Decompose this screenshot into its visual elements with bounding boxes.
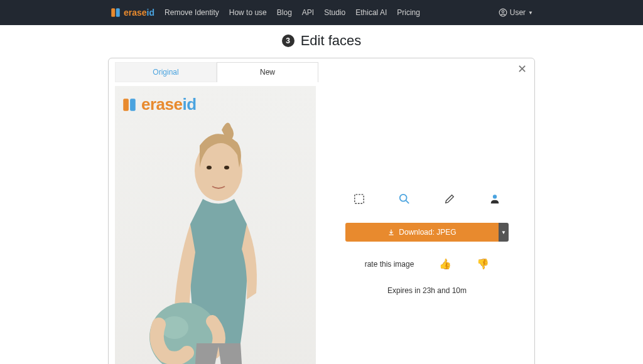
svg-point-14: [493, 195, 497, 198]
download-options-button[interactable]: ▼: [499, 223, 509, 242]
user-menu[interactable]: User ▼: [499, 8, 533, 17]
nav-remove-identity[interactable]: Remove Identity: [165, 8, 219, 17]
thumbs-down-button[interactable]: 👎: [477, 258, 489, 270]
close-button[interactable]: ✕: [517, 63, 527, 75]
download-label: Download: JPEG: [399, 228, 456, 237]
page-title-row: 3 Edit faces: [0, 25, 643, 58]
nav-how-to-use[interactable]: How to use: [229, 8, 267, 17]
chevron-down-icon: ▼: [528, 10, 533, 16]
close-icon: ✕: [517, 63, 527, 75]
brand-id: id: [147, 8, 154, 18]
svg-rect-11: [355, 195, 364, 203]
download-button[interactable]: Download: JPEG: [345, 223, 499, 242]
nav-pricing[interactable]: Pricing: [397, 8, 420, 17]
svg-point-7: [207, 166, 212, 169]
svg-point-8: [224, 166, 229, 169]
user-label: User: [510, 8, 526, 17]
nav-blog[interactable]: Blog: [277, 8, 292, 17]
step-badge: 3: [282, 35, 294, 47]
nav-studio[interactable]: Studio: [324, 8, 345, 17]
download-row: Download: JPEG ▼: [345, 223, 509, 242]
nav-links: Remove Identity How to use Blog API Stud…: [165, 8, 420, 17]
rate-row: rate this image 👍 👎: [365, 258, 490, 270]
generated-image[interactable]: eraseid: [115, 86, 316, 364]
controls-column: Download: JPEG ▼ rate this image 👍 👎 Exp…: [326, 86, 528, 364]
rate-label: rate this image: [365, 260, 414, 269]
thumbs-down-icon: 👎: [477, 259, 489, 269]
chevron-down-icon: ▼: [501, 230, 506, 235]
thumbs-up-icon: 👍: [439, 259, 451, 269]
svg-point-12: [400, 195, 407, 201]
svg-rect-1: [116, 8, 120, 17]
svg-point-3: [502, 11, 504, 13]
tab-new[interactable]: New: [217, 62, 318, 82]
nav-api[interactable]: API: [302, 8, 314, 17]
pencil-icon: [444, 193, 455, 205]
user-circle-icon: [499, 8, 507, 17]
expires-text: Expires in 23h and 10m: [387, 286, 467, 295]
page-title: Edit faces: [301, 33, 362, 49]
tab-original[interactable]: Original: [115, 62, 217, 82]
editor-card: ✕ Original New eraseid: [108, 58, 535, 364]
download-icon: [387, 228, 395, 236]
brand-logo[interactable]: eraseid: [110, 7, 154, 18]
edit-tool-button[interactable]: [443, 193, 456, 205]
person-tool-button[interactable]: [489, 193, 501, 205]
nav-ethical-ai[interactable]: Ethical AI: [355, 8, 387, 17]
zoom-icon: [399, 193, 410, 205]
svg-rect-0: [111, 8, 115, 17]
thumbs-up-button[interactable]: 👍: [439, 258, 451, 270]
tool-row: [353, 193, 501, 205]
select-icon: [354, 193, 365, 205]
select-tool-button[interactable]: [353, 193, 365, 205]
image-column: eraseid: [115, 86, 316, 364]
person-icon: [489, 193, 500, 205]
logo-icon: [110, 7, 121, 18]
tabs: Original New: [115, 62, 318, 82]
navbar: eraseid Remove Identity How to use Blog …: [0, 0, 643, 25]
svg-line-13: [406, 201, 409, 204]
zoom-tool-button[interactable]: [398, 193, 411, 205]
person-illustration: [115, 105, 316, 364]
brand-erase: erase: [124, 8, 147, 18]
